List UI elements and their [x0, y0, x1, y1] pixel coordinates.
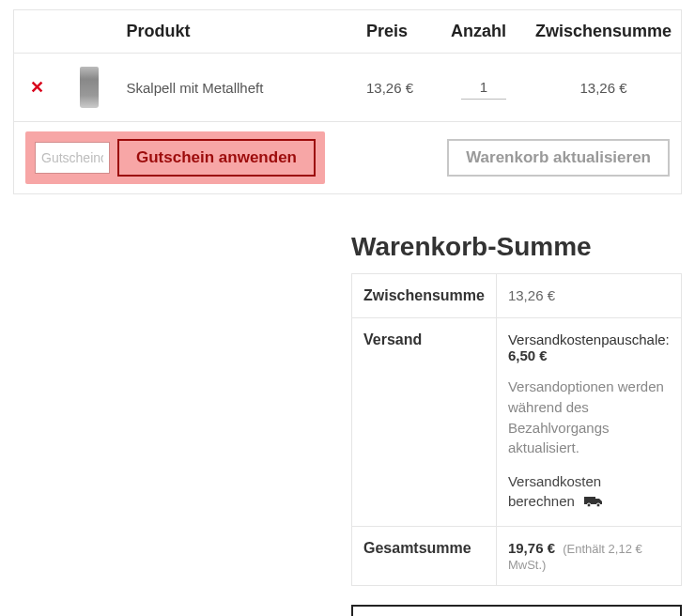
- totals-table: Zwischensumme 13,26 € Versand Versandkos…: [351, 273, 682, 586]
- svg-point-1: [587, 503, 591, 507]
- product-subtotal: 13,26 €: [579, 80, 626, 96]
- shipping-note: Versandoptionen werden während des Bezah…: [508, 377, 670, 458]
- coupon-area: Gutschein anwenden: [25, 131, 325, 184]
- calculate-shipping-link[interactable]: Versandkosten berechnen: [508, 471, 670, 513]
- apply-coupon-button[interactable]: Gutschein anwenden: [117, 139, 316, 177]
- coupon-code-input[interactable]: [35, 142, 110, 174]
- subtotal-value: 13,26 €: [496, 274, 681, 318]
- cart-totals: Warenkorb-Summe Zwischensumme 13,26 € Ve…: [351, 232, 682, 616]
- total-value: 19,76 €: [508, 540, 555, 556]
- product-price: 13,26 €: [366, 80, 413, 96]
- update-cart-button[interactable]: Warenkorb aktualisieren: [447, 139, 670, 177]
- shipping-cost: 6,50 €: [508, 347, 548, 363]
- header-qty: Anzahl: [441, 10, 526, 54]
- truck-icon: [584, 493, 603, 513]
- header-product: Produkt: [117, 10, 357, 54]
- product-name[interactable]: Skalpell mit Metallheft: [127, 80, 264, 96]
- header-subtotal: Zwischensumme: [526, 10, 682, 54]
- product-thumbnail[interactable]: [80, 67, 99, 108]
- totals-title: Warenkorb-Summe: [351, 232, 682, 262]
- remove-item-button[interactable]: ✕: [30, 78, 44, 97]
- subtotal-label: Zwischensumme: [352, 274, 497, 318]
- shipping-method: Versandkostenpauschale:: [508, 331, 670, 347]
- shipping-label: Versand: [352, 318, 497, 527]
- total-label: Gesamtsumme: [352, 526, 497, 585]
- header-price: Preis: [357, 10, 441, 54]
- table-row: ✕ Skalpell mit Metallheft 13,26 € 13,26 …: [14, 54, 682, 122]
- svg-point-2: [596, 503, 600, 507]
- cart-table: Produkt Preis Anzahl Zwischensumme ✕ Ska…: [13, 9, 682, 194]
- checkout-button[interactable]: Weiter zur Kasse: [351, 605, 682, 616]
- quantity-input[interactable]: [461, 75, 506, 100]
